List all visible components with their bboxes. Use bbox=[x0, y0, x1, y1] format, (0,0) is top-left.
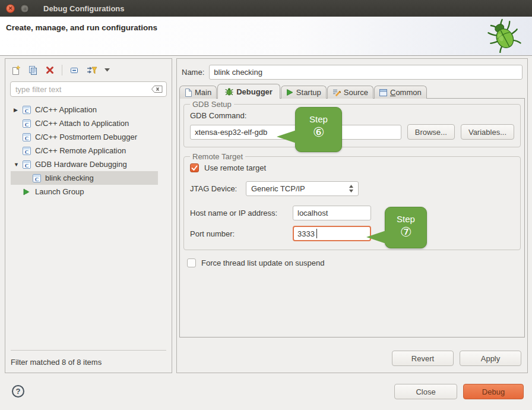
window-title: Debug Configurations bbox=[43, 4, 125, 13]
collapse-all-icon[interactable] bbox=[69, 65, 80, 75]
jtag-device-row: JTAG Device: Generic TCP/IP bbox=[190, 181, 514, 196]
svg-text:C: C bbox=[25, 162, 29, 168]
variables-button[interactable]: Variables... bbox=[461, 124, 514, 140]
play-icon bbox=[286, 89, 293, 96]
use-remote-target-checkbox[interactable] bbox=[190, 163, 199, 172]
host-label: Host name or IP address: bbox=[190, 209, 293, 217]
svg-text:C: C bbox=[35, 176, 39, 182]
toolbar-menu-chevron-down-icon[interactable] bbox=[104, 68, 110, 72]
source-icon bbox=[332, 89, 341, 96]
gdb-command-label: GDB Command: bbox=[190, 111, 514, 120]
svg-text:C: C bbox=[25, 149, 29, 154]
c-application-icon: C bbox=[23, 147, 31, 155]
callout-arrow-left-icon bbox=[277, 130, 296, 143]
host-row: Host name or IP address: bbox=[190, 206, 514, 220]
filter-status-text: Filter matched 8 of 8 items bbox=[5, 351, 172, 373]
expand-collapsed-icon[interactable]: ▶ bbox=[14, 107, 23, 113]
combo-spinner-icon bbox=[349, 185, 353, 193]
check-icon bbox=[191, 165, 198, 171]
c-application-icon: C bbox=[33, 174, 41, 182]
dialog-header: Create, manage, and run configurations bbox=[0, 17, 532, 56]
configurations-tree: ▶ C C/C++ Application C C/C++ Attach to … bbox=[11, 100, 166, 351]
apply-button[interactable]: Apply bbox=[460, 351, 521, 366]
tab-debugger[interactable]: Debugger bbox=[217, 84, 280, 99]
launch-group-icon bbox=[23, 188, 31, 196]
tree-item-cpp-postmortem[interactable]: C C/C++ Postmortem Debugger bbox=[11, 130, 166, 144]
c-application-icon: C bbox=[23, 106, 31, 114]
debug-configurations-dialog: { "window": { "title": "Debug Configurat… bbox=[0, 0, 532, 410]
text-cursor bbox=[316, 229, 317, 238]
svg-text:C: C bbox=[25, 121, 29, 127]
port-row: Port number: bbox=[190, 226, 514, 241]
name-input[interactable] bbox=[209, 65, 522, 80]
maximize-window-icon[interactable] bbox=[20, 4, 29, 13]
dialog-header-title: Create, manage, and run configurations bbox=[6, 23, 157, 32]
c-application-icon: C bbox=[23, 133, 31, 141]
revert-button[interactable]: Revert bbox=[392, 351, 454, 366]
help-button[interactable]: ? bbox=[12, 385, 24, 398]
footer-buttons: Close Debug bbox=[394, 384, 524, 399]
filter-input[interactable] bbox=[10, 81, 167, 97]
toolbar-separator bbox=[62, 65, 62, 75]
step-7-callout: Step ⑦ bbox=[385, 207, 427, 248]
gdb-setup-group: GDB Setup GDB Command: Browse... Variabl… bbox=[183, 100, 521, 147]
svg-text:C: C bbox=[25, 135, 29, 141]
gdb-command-row: Browse... Variables... bbox=[190, 124, 514, 140]
titlebar: Debug Configurations bbox=[0, 0, 532, 17]
port-input[interactable] bbox=[293, 226, 371, 241]
tree-item-cpp-application[interactable]: ▶ C C/C++ Application bbox=[11, 103, 166, 116]
tab-main[interactable]: Main bbox=[179, 86, 217, 99]
filter-launch-configurations-icon[interactable] bbox=[87, 65, 97, 75]
name-row: Name: bbox=[182, 65, 522, 80]
bug-icon bbox=[225, 87, 233, 96]
tree-item-gdb-hardware-debugging[interactable]: ▼ C GDB Hardware Debugging bbox=[11, 157, 166, 171]
close-button[interactable]: Close bbox=[394, 384, 457, 399]
editor-tabs: Main Debugger Startup Source bbox=[179, 84, 525, 99]
remote-target-group-label: Remote Target bbox=[190, 152, 245, 161]
callout-arrow-left-icon bbox=[366, 231, 386, 244]
debugger-tab-content: GDB Setup GDB Command: Browse... Variabl… bbox=[179, 98, 525, 338]
page-icon bbox=[185, 89, 192, 97]
tab-source[interactable]: Source bbox=[327, 86, 373, 99]
c-application-icon: C bbox=[23, 119, 31, 128]
remote-target-group: Remote Target Use remote target JTAG Dev… bbox=[183, 152, 521, 250]
filter-field-wrap bbox=[10, 81, 167, 97]
tab-startup[interactable]: Startup bbox=[281, 86, 327, 99]
revert-apply-buttons: Revert Apply bbox=[392, 351, 521, 366]
host-input[interactable] bbox=[293, 206, 371, 220]
launch-configurations-panel: ▶ C C/C++ Application C C/C++ Attach to … bbox=[5, 58, 172, 373]
delete-launch-configuration-icon[interactable] bbox=[45, 65, 55, 75]
debug-bug-icon bbox=[487, 18, 521, 55]
port-label: Port number: bbox=[190, 229, 293, 238]
force-thread-label: Force thread list update on suspend bbox=[201, 258, 324, 267]
step-6-callout: Step ⑥ bbox=[295, 107, 342, 152]
jtag-device-label: JTAG Device: bbox=[190, 184, 246, 193]
tree-item-cpp-attach[interactable]: C C/C++ Attach to Application bbox=[11, 116, 166, 130]
close-window-icon[interactable] bbox=[6, 4, 15, 13]
expand-expanded-icon[interactable]: ▼ bbox=[14, 162, 23, 168]
c-application-icon: C bbox=[23, 160, 31, 169]
name-label: Name: bbox=[182, 68, 204, 77]
gdb-setup-group-label: GDB Setup bbox=[190, 100, 234, 109]
new-launch-configuration-icon[interactable] bbox=[11, 65, 21, 75]
tree-item-launch-group[interactable]: Launch Group bbox=[11, 185, 166, 198]
tree-item-cpp-remote[interactable]: C C/C++ Remote Application bbox=[11, 144, 166, 157]
force-thread-row: Force thread list update on suspend bbox=[187, 258, 524, 267]
tab-common[interactable]: Common bbox=[374, 86, 427, 99]
tree-item-blink-checking[interactable]: C blink checking bbox=[11, 171, 158, 185]
force-thread-checkbox[interactable] bbox=[187, 258, 196, 267]
svg-text:C: C bbox=[25, 108, 29, 113]
configurations-toolbar bbox=[5, 59, 172, 81]
use-remote-target-label: Use remote target bbox=[204, 163, 266, 172]
use-remote-target-row: Use remote target bbox=[190, 163, 514, 172]
debug-button[interactable]: Debug bbox=[463, 384, 524, 399]
jtag-device-combo[interactable]: Generic TCP/IP bbox=[246, 181, 359, 196]
clear-filter-icon[interactable] bbox=[151, 86, 163, 94]
browse-button[interactable]: Browse... bbox=[407, 124, 455, 140]
window-icon bbox=[379, 89, 387, 96]
configuration-editor-panel: Name: Main Debugger Startup bbox=[176, 58, 528, 373]
duplicate-launch-configuration-icon[interactable] bbox=[28, 65, 38, 75]
